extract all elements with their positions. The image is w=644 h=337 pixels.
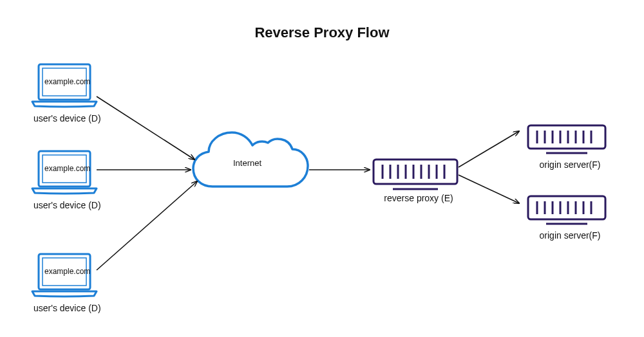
device-label: user's device (D)	[33, 303, 104, 313]
arrow-icon	[459, 131, 519, 167]
device-screen-text: example.com	[44, 77, 90, 86]
server-icon	[528, 196, 605, 224]
internet-label: Internet	[233, 158, 261, 168]
device-screen-text: example.com	[44, 164, 90, 173]
reverse-proxy-label: reverse proxy (E)	[380, 193, 457, 203]
origin-server-label: origin server(F)	[535, 159, 605, 170]
device-screen-text: example.com	[44, 267, 90, 276]
device-label: user's device (D)	[33, 200, 104, 210]
svg-rect-27	[528, 196, 605, 219]
server-icon	[374, 159, 457, 189]
arrow-icon	[97, 96, 194, 159]
server-icon	[528, 125, 605, 153]
device-label: user's device (D)	[33, 113, 104, 123]
arrow-icon	[97, 181, 197, 270]
arrow-icon	[459, 175, 519, 203]
origin-server-label: origin server(F)	[535, 230, 605, 241]
svg-rect-17	[528, 125, 605, 149]
